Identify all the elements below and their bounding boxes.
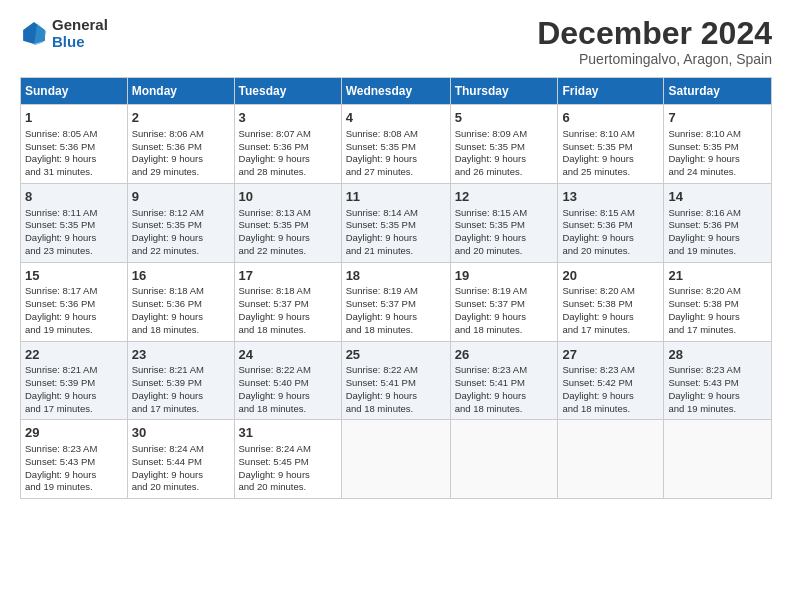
day-number: 17 — [239, 267, 337, 285]
day-info: Sunset: 5:36 PM — [25, 141, 123, 154]
day-info: Sunrise: 8:23 AM — [25, 443, 123, 456]
day-info: Sunrise: 8:23 AM — [562, 364, 659, 377]
day-info: Sunrise: 8:22 AM — [239, 364, 337, 377]
calendar-cell — [341, 420, 450, 499]
calendar-cell: 9Sunrise: 8:12 AMSunset: 5:35 PMDaylight… — [127, 183, 234, 262]
day-info: and 19 minutes. — [25, 324, 123, 337]
logo-text: General Blue — [52, 16, 108, 50]
day-info: Daylight: 9 hours — [562, 311, 659, 324]
day-info: Daylight: 9 hours — [562, 153, 659, 166]
calendar-cell: 15Sunrise: 8:17 AMSunset: 5:36 PMDayligh… — [21, 262, 128, 341]
day-number: 15 — [25, 267, 123, 285]
day-number: 21 — [668, 267, 767, 285]
calendar-cell: 28Sunrise: 8:23 AMSunset: 5:43 PMDayligh… — [664, 341, 772, 420]
day-info: Sunrise: 8:09 AM — [455, 128, 554, 141]
calendar-day-header: Friday — [558, 78, 664, 105]
day-info: Sunset: 5:39 PM — [25, 377, 123, 390]
day-info: Sunset: 5:35 PM — [455, 141, 554, 154]
day-info: Daylight: 9 hours — [562, 232, 659, 245]
day-info: and 23 minutes. — [25, 245, 123, 258]
day-info: Sunset: 5:35 PM — [668, 141, 767, 154]
day-info: Sunset: 5:35 PM — [455, 219, 554, 232]
calendar-week-row: 8Sunrise: 8:11 AMSunset: 5:35 PMDaylight… — [21, 183, 772, 262]
day-info: and 18 minutes. — [346, 324, 446, 337]
day-info: and 20 minutes. — [239, 481, 337, 494]
calendar-week-row: 29Sunrise: 8:23 AMSunset: 5:43 PMDayligh… — [21, 420, 772, 499]
day-number: 30 — [132, 424, 230, 442]
calendar-cell: 7Sunrise: 8:10 AMSunset: 5:35 PMDaylight… — [664, 105, 772, 184]
day-info: Sunset: 5:36 PM — [132, 141, 230, 154]
day-info: Sunrise: 8:08 AM — [346, 128, 446, 141]
calendar-cell: 30Sunrise: 8:24 AMSunset: 5:44 PMDayligh… — [127, 420, 234, 499]
day-info: Daylight: 9 hours — [25, 469, 123, 482]
day-info: Daylight: 9 hours — [668, 311, 767, 324]
calendar-cell: 29Sunrise: 8:23 AMSunset: 5:43 PMDayligh… — [21, 420, 128, 499]
day-info: and 18 minutes. — [562, 403, 659, 416]
day-info: Sunset: 5:35 PM — [132, 219, 230, 232]
header: General Blue December 2024 Puertomingalv… — [20, 16, 772, 67]
day-info: Sunrise: 8:05 AM — [25, 128, 123, 141]
day-number: 13 — [562, 188, 659, 206]
day-info: Sunset: 5:43 PM — [25, 456, 123, 469]
calendar-day-header: Monday — [127, 78, 234, 105]
day-info: Sunset: 5:36 PM — [239, 141, 337, 154]
day-number: 22 — [25, 346, 123, 364]
day-info: and 20 minutes. — [132, 481, 230, 494]
day-info: Sunset: 5:36 PM — [132, 298, 230, 311]
day-info: Sunrise: 8:22 AM — [346, 364, 446, 377]
day-info: and 25 minutes. — [562, 166, 659, 179]
day-info: Daylight: 9 hours — [132, 153, 230, 166]
day-info: Sunrise: 8:13 AM — [239, 207, 337, 220]
calendar-cell: 5Sunrise: 8:09 AMSunset: 5:35 PMDaylight… — [450, 105, 558, 184]
day-info: Sunrise: 8:21 AM — [25, 364, 123, 377]
day-info: and 22 minutes. — [239, 245, 337, 258]
day-number: 4 — [346, 109, 446, 127]
day-info: and 21 minutes. — [346, 245, 446, 258]
day-info: Sunrise: 8:14 AM — [346, 207, 446, 220]
day-info: Daylight: 9 hours — [132, 469, 230, 482]
day-info: Daylight: 9 hours — [346, 153, 446, 166]
calendar-week-row: 22Sunrise: 8:21 AMSunset: 5:39 PMDayligh… — [21, 341, 772, 420]
day-info: Sunset: 5:41 PM — [455, 377, 554, 390]
calendar-table: SundayMondayTuesdayWednesdayThursdayFrid… — [20, 77, 772, 499]
day-info: and 18 minutes. — [239, 324, 337, 337]
day-info: and 19 minutes. — [25, 481, 123, 494]
day-number: 29 — [25, 424, 123, 442]
day-number: 19 — [455, 267, 554, 285]
calendar-cell — [450, 420, 558, 499]
calendar-cell: 24Sunrise: 8:22 AMSunset: 5:40 PMDayligh… — [234, 341, 341, 420]
calendar-day-header: Thursday — [450, 78, 558, 105]
day-info: Sunset: 5:35 PM — [346, 141, 446, 154]
day-info: and 28 minutes. — [239, 166, 337, 179]
day-info: Sunrise: 8:21 AM — [132, 364, 230, 377]
day-info: Sunrise: 8:24 AM — [132, 443, 230, 456]
day-number: 7 — [668, 109, 767, 127]
day-number: 12 — [455, 188, 554, 206]
day-number: 5 — [455, 109, 554, 127]
day-number: 9 — [132, 188, 230, 206]
day-info: Sunrise: 8:15 AM — [455, 207, 554, 220]
logo-icon — [20, 19, 48, 47]
calendar-cell: 16Sunrise: 8:18 AMSunset: 5:36 PMDayligh… — [127, 262, 234, 341]
day-number: 10 — [239, 188, 337, 206]
calendar-day-header: Tuesday — [234, 78, 341, 105]
day-info: and 19 minutes. — [668, 245, 767, 258]
day-info: and 18 minutes. — [455, 403, 554, 416]
day-info: Daylight: 9 hours — [455, 153, 554, 166]
calendar-cell: 3Sunrise: 8:07 AMSunset: 5:36 PMDaylight… — [234, 105, 341, 184]
day-info: Sunset: 5:43 PM — [668, 377, 767, 390]
calendar-cell: 10Sunrise: 8:13 AMSunset: 5:35 PMDayligh… — [234, 183, 341, 262]
day-number: 26 — [455, 346, 554, 364]
calendar-cell: 11Sunrise: 8:14 AMSunset: 5:35 PMDayligh… — [341, 183, 450, 262]
calendar-cell: 12Sunrise: 8:15 AMSunset: 5:35 PMDayligh… — [450, 183, 558, 262]
day-info: Daylight: 9 hours — [455, 232, 554, 245]
day-info: and 17 minutes. — [562, 324, 659, 337]
calendar-cell: 31Sunrise: 8:24 AMSunset: 5:45 PMDayligh… — [234, 420, 341, 499]
day-info: Daylight: 9 hours — [668, 153, 767, 166]
calendar-cell: 20Sunrise: 8:20 AMSunset: 5:38 PMDayligh… — [558, 262, 664, 341]
calendar-week-row: 15Sunrise: 8:17 AMSunset: 5:36 PMDayligh… — [21, 262, 772, 341]
day-info: and 31 minutes. — [25, 166, 123, 179]
calendar-cell: 1Sunrise: 8:05 AMSunset: 5:36 PMDaylight… — [21, 105, 128, 184]
day-info: Daylight: 9 hours — [346, 232, 446, 245]
calendar-cell: 23Sunrise: 8:21 AMSunset: 5:39 PMDayligh… — [127, 341, 234, 420]
